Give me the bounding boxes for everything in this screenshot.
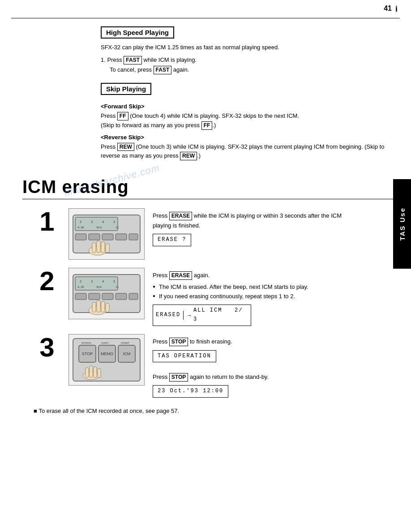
step-1-desc: Press ERASE while the ICM is playing or … (153, 208, 355, 246)
svg-text:N/A: N/A (97, 226, 102, 229)
svg-rect-35 (97, 300, 100, 312)
step-2-bullet-2: If you need erasing continuously, repeat… (153, 292, 355, 301)
svg-text:11: 11 (116, 226, 119, 229)
svg-rect-18 (106, 244, 109, 253)
svg-rect-12 (116, 234, 127, 240)
svg-text:COPY: COPY (101, 342, 109, 344)
svg-text:ICM: ICM (123, 352, 131, 356)
svg-text:STOP: STOP (82, 352, 93, 356)
svg-text:START: START (121, 342, 129, 344)
svg-text:2: 2 (80, 220, 81, 224)
svg-rect-28 (75, 293, 86, 300)
step-3-desc: Press STOP to finish erasing. TAS OPERAT… (153, 334, 355, 398)
svg-rect-37 (106, 303, 109, 312)
svg-rect-15 (92, 243, 96, 253)
svg-rect-31 (116, 293, 127, 300)
step1-label: 1. (101, 56, 106, 63)
lcd-display-1: ERASE ? (153, 234, 191, 246)
icm-erasing-rule (22, 199, 400, 199)
high-speed-section: High Speed Playing SFX-32 can play the I… (101, 26, 386, 163)
device-svg-1: 2 3 4 5 4:30 N/A 11 (71, 210, 142, 257)
step-1-device-image: 2 3 4 5 4:30 N/A 11 (68, 208, 145, 260)
svg-text:4: 4 (102, 220, 104, 224)
svg-rect-32 (129, 293, 138, 300)
lcd-arrow: → (187, 311, 192, 320)
step-3-device-image: STOP/C COPY START STOP MEMO ICM (68, 334, 145, 386)
tas-use-sidebar: TAS Use (393, 179, 411, 269)
lcd-display-3a: TAS OPERATION (153, 350, 216, 363)
svg-text:5: 5 (113, 220, 115, 224)
forward-skip-heading: <Forward Skip> (101, 103, 386, 110)
step-3-row: 3 STOP/C COPY START STOP (34, 334, 355, 398)
erase-key-2: ERASE (169, 271, 192, 280)
high-speed-intro: SFX-32 can play the ICM 1.25 times as fa… (101, 43, 386, 52)
high-speed-steps: 1. Press FAST while ICM is playing. To c… (101, 55, 386, 75)
step-2-desc: Press ERASE again. The ICM is erased. Af… (153, 268, 355, 326)
svg-rect-29 (89, 293, 100, 300)
svg-text:4:30: 4:30 (77, 285, 84, 288)
main-content: High Speed Playing SFX-32 can play the I… (0, 18, 411, 425)
svg-rect-49 (86, 368, 89, 378)
svg-text:4:30: 4:30 (77, 226, 84, 229)
svg-rect-13 (129, 234, 138, 240)
ff-key-1: FF (117, 112, 128, 120)
svg-rect-36 (101, 301, 105, 312)
svg-text:2: 2 (80, 280, 81, 283)
lcd-erased-text: ERASED (156, 311, 184, 320)
lcd-display-2: ERASED → ALL ICM 2/ 3 (153, 305, 251, 326)
sidebar-label: TAS Use (398, 207, 406, 241)
icm-erasing-section: ICM erasing 1 2 3 4 5 (22, 177, 400, 416)
svg-text:MEMO: MEMO (101, 352, 113, 356)
high-speed-title: High Speed Playing (101, 26, 174, 39)
svg-text:STOP/C: STOP/C (81, 342, 92, 344)
step-2-number: 2 (34, 268, 60, 295)
icm-erasing-title: ICM erasing (22, 177, 400, 197)
step-3-number: 3 (34, 334, 60, 361)
svg-rect-52 (98, 369, 101, 378)
svg-text:3: 3 (91, 220, 93, 224)
fast-key-2: FAST (154, 66, 172, 74)
step-2-row: 2 2 3 4 5 4:30 N/A 11 (34, 268, 355, 326)
lcd-all-icm: ALL ICM 2/ 3 (193, 306, 248, 324)
forward-skip-text: Press FF (One touch 4) while ICM is play… (101, 112, 386, 130)
steps-container: 1 2 3 4 5 4:30 N/A 1 (34, 208, 355, 398)
erase-key-1: ERASE (169, 212, 192, 220)
svg-rect-30 (102, 293, 113, 300)
svg-rect-9 (75, 234, 86, 240)
svg-rect-34 (92, 302, 96, 312)
rew-key-2: REW (180, 152, 197, 160)
ff-key-2: FF (201, 121, 213, 130)
footer-note: To erase all of the ICM recorded at once… (34, 407, 355, 416)
rew-key-1: REW (117, 143, 134, 151)
svg-rect-10 (89, 234, 100, 240)
step-2-bullets: The ICM is erased. After the beep, next … (153, 282, 355, 301)
svg-rect-11 (102, 234, 113, 240)
step-1-row: 1 2 3 4 5 4:30 N/A 1 (34, 208, 355, 260)
page-number: 41 (384, 4, 392, 13)
svg-text:3: 3 (91, 280, 93, 283)
device-svg-2: 2 3 4 5 4:30 N/A 11 (71, 270, 142, 317)
high-speed-step1: 1. Press FAST while ICM is playing. (101, 55, 386, 65)
reverse-skip-text: Press REW (One touch 3) while ICM is pla… (101, 142, 386, 161)
high-speed-step1-cancel: To cancel, press FAST again. (101, 65, 386, 75)
header-icon: i (395, 4, 398, 14)
step-1-number: 1 (34, 208, 60, 235)
svg-text:N/A: N/A (97, 285, 102, 288)
svg-rect-17 (101, 242, 105, 253)
skip-playing-title: Skip Playing (101, 83, 151, 95)
stop-key-2: STOP (169, 373, 188, 382)
svg-rect-50 (90, 366, 93, 378)
reverse-skip-heading: <Reverse Skip> (101, 134, 386, 141)
page-header: 41 i (0, 0, 411, 18)
svg-text:11: 11 (116, 285, 119, 288)
svg-rect-16 (97, 241, 100, 253)
stop-key-1: STOP (169, 338, 188, 346)
device-svg-3: STOP/C COPY START STOP MEMO ICM (71, 336, 142, 383)
fast-key-1: FAST (124, 56, 142, 64)
skip-section: Skip Playing <Forward Skip> Press FF (On… (101, 83, 386, 161)
step-2-device-image: 2 3 4 5 4:30 N/A 11 (68, 268, 145, 319)
step-2-bullet-1: The ICM is erased. After the beep, next … (153, 282, 355, 292)
svg-text:5: 5 (113, 280, 115, 283)
svg-text:4: 4 (102, 280, 104, 283)
lcd-display-3b: 23 Oct.'93 12:00 (153, 385, 228, 398)
